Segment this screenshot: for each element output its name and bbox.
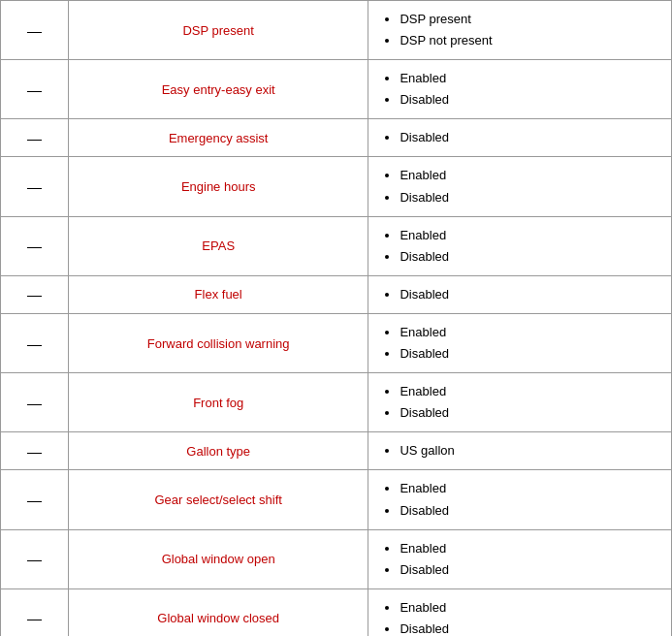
table-row: —Front fogEnabledDisabled <box>1 373 672 432</box>
dash-cell: — <box>1 216 69 275</box>
option-item: Enabled <box>400 322 657 343</box>
option-item: Disabled <box>400 246 657 268</box>
table-row: —EPASEnabledDisabled <box>1 216 672 275</box>
options-cell: EnabledDisabled <box>368 470 672 529</box>
option-item: Enabled <box>400 478 657 499</box>
feature-cell: Gear select/select shift <box>68 470 368 529</box>
option-item: Disabled <box>400 127 657 148</box>
feature-cell: Flex fuel <box>68 275 368 313</box>
feature-cell: Global window closed <box>68 588 368 636</box>
option-item: Disabled <box>400 500 657 522</box>
option-item: Disabled <box>400 559 657 581</box>
option-item: US gallon <box>400 440 657 461</box>
dash-cell: — <box>1 470 69 529</box>
option-item: DSP present <box>400 9 657 30</box>
feature-cell: Global window open <box>68 529 368 588</box>
feature-cell: Engine hours <box>68 157 368 216</box>
dash-cell: — <box>1 432 69 470</box>
option-item: Enabled <box>400 68 657 89</box>
dash-cell: — <box>1 60 69 119</box>
options-cell: DSP presentDSP not present <box>368 1 672 60</box>
dash-cell: — <box>1 1 69 60</box>
options-cell: Disabled <box>368 119 672 157</box>
options-cell: US gallon <box>368 432 672 470</box>
feature-cell: EPAS <box>68 216 368 275</box>
table-row: —Forward collision warningEnabledDisable… <box>1 313 672 372</box>
feature-cell: Easy entry-easy exit <box>68 60 368 119</box>
table-row: —Flex fuelDisabled <box>1 275 672 313</box>
table-row: —Engine hoursEnabledDisabled <box>1 157 672 216</box>
dash-cell: — <box>1 529 69 588</box>
dash-cell: — <box>1 588 69 636</box>
option-item: Disabled <box>400 343 657 365</box>
option-item: Disabled <box>400 284 657 305</box>
options-cell: EnabledDisabled <box>368 313 672 372</box>
feature-cell: Emergency assist <box>68 119 368 157</box>
options-cell: EnabledDisabled <box>368 60 672 119</box>
table-row: —DSP presentDSP presentDSP not present <box>1 1 672 60</box>
table-row: —Emergency assistDisabled <box>1 119 672 157</box>
option-item: Enabled <box>400 165 657 186</box>
feature-cell: Gallon type <box>68 432 368 470</box>
option-item: Enabled <box>400 597 657 619</box>
options-cell: Disabled <box>368 275 672 313</box>
option-item: Disabled <box>400 619 657 636</box>
table-row: —Easy entry-easy exitEnabledDisabled <box>1 60 672 119</box>
dash-cell: — <box>1 119 69 157</box>
options-cell: EnabledDisabled <box>368 588 672 636</box>
dash-cell: — <box>1 275 69 313</box>
option-item: DSP not present <box>400 30 657 51</box>
dash-cell: — <box>1 157 69 216</box>
dash-cell: — <box>1 313 69 372</box>
option-item: Enabled <box>400 225 657 246</box>
feature-cell: Front fog <box>68 373 368 432</box>
feature-cell: Forward collision warning <box>68 313 368 372</box>
options-cell: EnabledDisabled <box>368 216 672 275</box>
option-item: Enabled <box>400 381 657 402</box>
option-item: Disabled <box>400 187 657 208</box>
options-cell: EnabledDisabled <box>368 529 672 588</box>
options-cell: EnabledDisabled <box>368 373 672 432</box>
table-row: —Global window openEnabledDisabled <box>1 529 672 588</box>
options-cell: EnabledDisabled <box>368 157 672 216</box>
option-item: Enabled <box>400 538 657 559</box>
features-table: —DSP presentDSP presentDSP not present—E… <box>0 0 672 636</box>
table-row: —Gallon typeUS gallon <box>1 432 672 470</box>
option-item: Disabled <box>400 402 657 424</box>
table-row: —Gear select/select shiftEnabledDisabled <box>1 470 672 529</box>
dash-cell: — <box>1 373 69 432</box>
option-item: Disabled <box>400 89 657 111</box>
table-row: —Global window closedEnabledDisabled <box>1 588 672 636</box>
feature-cell: DSP present <box>68 1 368 60</box>
